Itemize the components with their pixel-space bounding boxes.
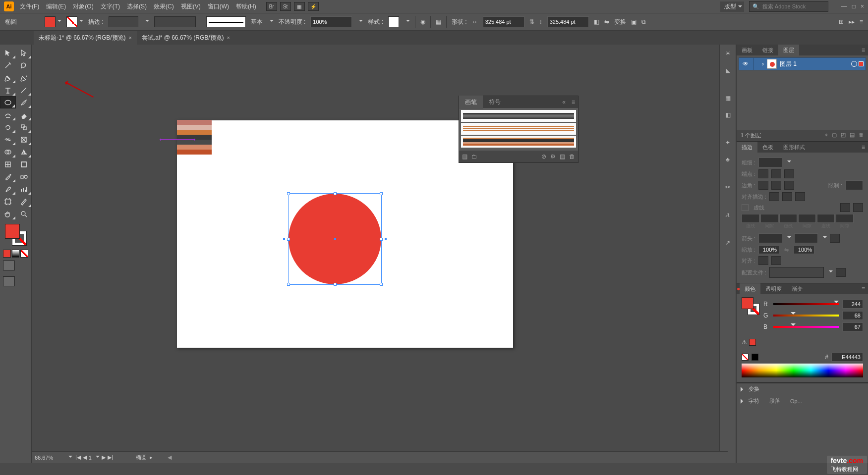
width-tool[interactable] — [0, 133, 16, 146]
dash-input[interactable] — [817, 214, 835, 223]
color-mode-color[interactable] — [3, 250, 11, 258]
link-wh-icon[interactable]: ⇅ — [529, 18, 534, 25]
new-brush-icon[interactable]: ▤ — [560, 153, 565, 160]
symbol-sprayer-tool[interactable] — [0, 183, 16, 195]
dash-align-a[interactable] — [840, 203, 850, 212]
tab-stroke[interactable]: 描边 — [737, 142, 757, 153]
align-arrow-end[interactable] — [771, 256, 781, 265]
menu-view[interactable]: 视图(V) — [181, 2, 201, 11]
align-panel-icon[interactable]: ▦ — [722, 92, 734, 104]
fill-stroke-control[interactable] — [5, 224, 27, 246]
stock-icon[interactable]: St — [280, 2, 291, 11]
resize-handle[interactable] — [380, 283, 383, 286]
layer-thumbnail[interactable] — [767, 59, 777, 69]
stroke-profile-field[interactable] — [154, 16, 196, 27]
color-fill-stroke[interactable] — [742, 297, 759, 315]
delete-brush-icon[interactable]: 🗑 — [569, 153, 575, 160]
new-layer-icon[interactable]: ▤ — [850, 132, 855, 139]
panel-menu-icon[interactable]: ≡ — [860, 18, 863, 25]
magic-wand-tool[interactable] — [0, 59, 16, 71]
b-value[interactable]: 67 — [842, 322, 863, 331]
selection-tool[interactable] — [0, 47, 16, 59]
weight-input[interactable] — [758, 158, 782, 167]
brush-folder-icon[interactable]: 🗀 — [471, 153, 477, 160]
tab-links[interactable]: 链接 — [757, 45, 778, 56]
stroke-swatch[interactable] — [66, 16, 83, 27]
shape-builder-tool[interactable] — [0, 146, 16, 158]
align-inside[interactable] — [782, 192, 792, 201]
brushes-panel[interactable]: 画笔 符号 « ≡ ▥ 🗀 ⊘ ⚙ ▤ 🗑 — [459, 96, 579, 163]
resize-handle[interactable] — [287, 238, 290, 241]
fill-swatch[interactable] — [742, 297, 753, 309]
mesh-tool[interactable] — [0, 158, 16, 170]
tab-graphic-styles[interactable]: 图形样式 — [778, 142, 810, 153]
selection-bounding-box[interactable] — [288, 193, 382, 285]
visibility-icon[interactable]: 👁 — [741, 59, 750, 68]
dash-checkbox[interactable] — [742, 204, 749, 211]
g-slider[interactable] — [773, 313, 839, 318]
swatches-icon[interactable]: ◣ — [722, 64, 734, 76]
selection-indicator[interactable] — [859, 61, 864, 66]
tab-gradient[interactable]: 渐变 — [787, 283, 808, 295]
canvas[interactable]: 画笔 符号 « ≡ ▥ 🗀 ⊘ ⚙ ▤ 🗑 — [32, 45, 728, 463]
next-artboard-icon[interactable]: ▶ — [102, 454, 106, 461]
style-swatch[interactable] — [388, 16, 399, 27]
curvature-tool[interactable] — [16, 71, 32, 84]
scale-start-input[interactable]: 100% — [758, 245, 779, 254]
brush-item[interactable] — [461, 123, 576, 135]
r-value[interactable]: 244 — [842, 300, 863, 309]
line-segment-tool[interactable] — [16, 84, 32, 96]
pen-tool[interactable] — [0, 71, 16, 84]
panel-menu-icon[interactable]: ≡ — [859, 285, 868, 292]
stroke-dropdown-caret[interactable] — [145, 20, 149, 24]
transform-panel-collapsed[interactable]: 变换 — [737, 383, 868, 395]
resize-handle[interactable] — [334, 283, 337, 286]
layer-name[interactable]: 图层 1 — [780, 60, 797, 68]
ellipse-tool[interactable] — [0, 96, 16, 108]
gap-input[interactable] — [760, 214, 778, 223]
height-field[interactable]: 325.484 pt — [547, 16, 589, 27]
closest-color-swatch[interactable] — [749, 339, 756, 346]
center-point[interactable] — [334, 238, 336, 240]
artboard-page[interactable]: 1 — [89, 455, 92, 461]
panel-collapse-icon[interactable]: « — [559, 99, 569, 106]
gap-input[interactable] — [836, 214, 854, 223]
slice-tool[interactable] — [16, 195, 32, 208]
panel-menu-icon[interactable]: ≡ — [859, 144, 868, 151]
zoom-caret[interactable] — [68, 456, 72, 460]
menu-object[interactable]: 对象(O) — [73, 2, 93, 11]
corners-icon[interactable]: ◧ — [594, 18, 599, 25]
cap-butt[interactable] — [758, 169, 768, 178]
lasso-tool[interactable] — [16, 59, 32, 71]
new-sublayer-icon[interactable]: ◰ — [841, 132, 846, 139]
bridge-icon[interactable]: Br — [266, 2, 277, 11]
fill-swatch[interactable] — [45, 16, 61, 27]
menu-select[interactable]: 选择(S) — [127, 2, 147, 11]
tab-artboards[interactable]: 画板 — [737, 45, 757, 56]
direct-selection-tool[interactable] — [16, 47, 32, 59]
workspace-picker[interactable]: 版型 — [720, 1, 744, 12]
limit-input[interactable] — [845, 180, 863, 190]
join-miter[interactable] — [758, 181, 768, 190]
black-swatch[interactable] — [752, 354, 758, 361]
character-panel-collapsed[interactable]: 字符段落Op... — [737, 395, 868, 407]
transform-panel-icon[interactable]: ✦ — [722, 137, 734, 149]
join-bevel[interactable] — [784, 181, 794, 190]
status-menu-icon[interactable]: ▸ — [150, 454, 153, 461]
resize-handle[interactable] — [380, 238, 383, 241]
menu-edit[interactable]: 编辑(E) — [46, 2, 66, 11]
opacity-caret[interactable] — [359, 20, 363, 24]
screen-mode-icon[interactable]: ▸▸ — [849, 18, 855, 25]
make-clip-icon[interactable]: ▢ — [832, 132, 837, 139]
view-mode-icon[interactable]: ⊞ — [839, 18, 844, 25]
menu-effect[interactable]: 效果(C) — [154, 2, 174, 11]
resize-handle[interactable] — [334, 192, 337, 195]
brush-options-icon[interactable]: ⚙ — [550, 153, 556, 160]
artboard-picker-caret[interactable] — [96, 456, 100, 460]
cap-square[interactable] — [784, 169, 794, 178]
style-caret[interactable] — [406, 20, 410, 24]
locate-icon[interactable]: ⌖ — [825, 132, 828, 139]
panel-menu-icon[interactable]: ≡ — [859, 47, 868, 53]
dash-align-b[interactable] — [853, 203, 863, 212]
arrow-end-caret[interactable] — [823, 236, 827, 240]
